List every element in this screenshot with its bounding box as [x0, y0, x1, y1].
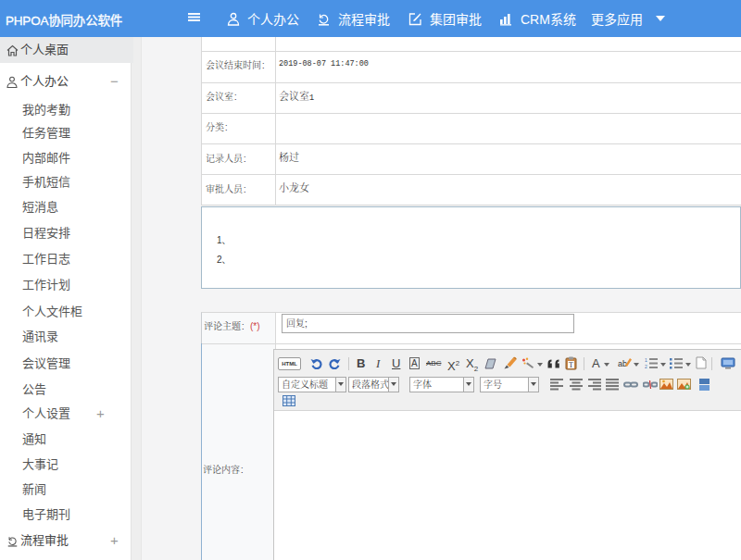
svg-text:ab: ab — [618, 359, 627, 368]
svg-text:2: 2 — [645, 364, 647, 369]
svg-text:1: 1 — [645, 357, 647, 363]
svg-text:T: T — [569, 361, 573, 369]
